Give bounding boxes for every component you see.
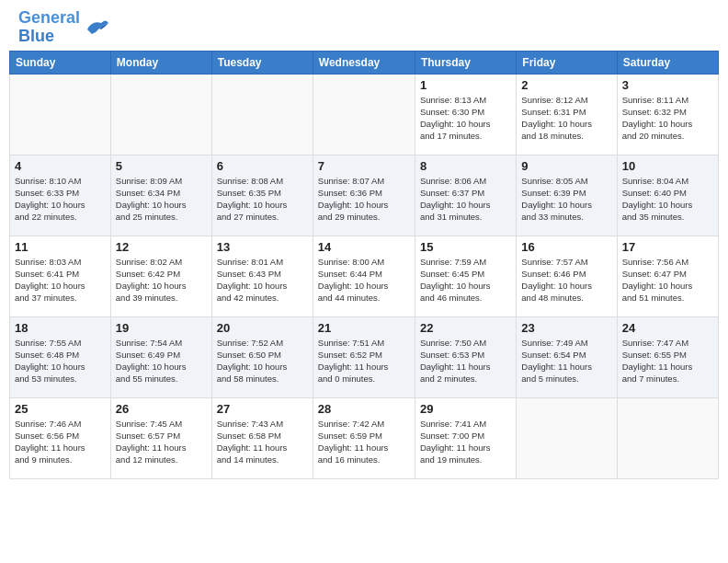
day-info: Sunrise: 8:10 AMSunset: 6:33 PMDaylight:… (15, 175, 106, 224)
calendar-cell: 7Sunrise: 8:07 AMSunset: 6:36 PMDaylight… (313, 155, 415, 236)
day-info: Sunrise: 8:13 AMSunset: 6:30 PMDaylight:… (420, 94, 511, 143)
day-info: Sunrise: 8:09 AMSunset: 6:34 PMDaylight:… (116, 175, 207, 224)
day-info: Sunrise: 7:50 AMSunset: 6:53 PMDaylight:… (420, 337, 511, 385)
calendar-cell: 11Sunrise: 8:03 AMSunset: 6:41 PMDayligh… (10, 236, 111, 316)
day-info: Sunrise: 7:46 AMSunset: 6:56 PMDaylight:… (15, 418, 106, 466)
day-number: 24 (622, 321, 713, 335)
day-info: Sunrise: 8:08 AMSunset: 6:35 PMDaylight:… (217, 175, 308, 224)
logo-general: General (18, 8, 80, 27)
day-number: 6 (217, 159, 308, 173)
day-info: Sunrise: 8:05 AMSunset: 6:39 PMDaylight:… (521, 175, 611, 224)
day-info: Sunrise: 7:55 AMSunset: 6:48 PMDaylight:… (15, 337, 106, 385)
calendar-cell (110, 74, 211, 155)
day-info: Sunrise: 8:00 AMSunset: 6:44 PMDaylight:… (318, 256, 410, 304)
day-number: 22 (420, 321, 511, 335)
week-row-4: 18Sunrise: 7:55 AMSunset: 6:48 PMDayligh… (10, 316, 719, 397)
day-number: 26 (116, 402, 207, 416)
calendar-cell: 15Sunrise: 7:59 AMSunset: 6:45 PMDayligh… (415, 236, 516, 316)
calendar-cell: 28Sunrise: 7:42 AMSunset: 6:59 PMDayligh… (313, 397, 415, 478)
calendar-cell: 14Sunrise: 8:00 AMSunset: 6:44 PMDayligh… (313, 236, 415, 316)
calendar-cell: 17Sunrise: 7:56 AMSunset: 6:47 PMDayligh… (617, 236, 718, 316)
calendar-cell: 20Sunrise: 7:52 AMSunset: 6:50 PMDayligh… (211, 316, 313, 397)
week-row-5: 25Sunrise: 7:46 AMSunset: 6:56 PMDayligh… (10, 397, 719, 478)
calendar-cell: 26Sunrise: 7:45 AMSunset: 6:57 PMDayligh… (110, 397, 211, 478)
day-number: 8 (420, 159, 511, 173)
calendar-cell: 5Sunrise: 8:09 AMSunset: 6:34 PMDaylight… (110, 155, 211, 236)
page-header: General Blue (0, 0, 728, 51)
day-number: 2 (521, 78, 611, 92)
day-number: 11 (15, 240, 106, 254)
day-info: Sunrise: 7:43 AMSunset: 6:58 PMDaylight:… (217, 418, 308, 466)
day-number: 29 (420, 402, 511, 416)
calendar-cell (313, 74, 415, 155)
calendar-cell: 12Sunrise: 8:02 AMSunset: 6:42 PMDayligh… (110, 236, 211, 316)
day-number: 7 (318, 159, 410, 173)
col-header-thursday: Thursday (415, 51, 516, 74)
header-row: SundayMondayTuesdayWednesdayThursdayFrid… (10, 51, 719, 74)
col-header-monday: Monday (110, 51, 211, 74)
day-number: 23 (521, 321, 611, 335)
day-number: 18 (15, 321, 106, 335)
day-info: Sunrise: 7:47 AMSunset: 6:55 PMDaylight:… (622, 337, 713, 385)
day-info: Sunrise: 8:07 AMSunset: 6:36 PMDaylight:… (318, 175, 410, 224)
calendar-cell: 16Sunrise: 7:57 AMSunset: 6:46 PMDayligh… (517, 236, 617, 316)
day-number: 13 (217, 240, 308, 254)
logo-bird-icon (83, 16, 110, 39)
day-info: Sunrise: 8:06 AMSunset: 6:37 PMDaylight:… (420, 175, 511, 224)
day-info: Sunrise: 7:59 AMSunset: 6:45 PMDaylight:… (420, 256, 511, 304)
calendar-cell: 22Sunrise: 7:50 AMSunset: 6:53 PMDayligh… (415, 316, 516, 397)
logo: General Blue (18, 9, 110, 46)
day-info: Sunrise: 8:01 AMSunset: 6:43 PMDaylight:… (217, 256, 308, 304)
col-header-friday: Friday (517, 51, 617, 74)
calendar-cell (211, 74, 313, 155)
day-number: 16 (521, 240, 611, 254)
day-info: Sunrise: 7:57 AMSunset: 6:46 PMDaylight:… (521, 256, 611, 304)
day-number: 14 (318, 240, 410, 254)
day-number: 15 (420, 240, 511, 254)
day-number: 27 (217, 402, 308, 416)
calendar-cell: 29Sunrise: 7:41 AMSunset: 7:00 PMDayligh… (415, 397, 516, 478)
day-number: 4 (15, 159, 106, 173)
day-info: Sunrise: 7:49 AMSunset: 6:54 PMDaylight:… (521, 337, 611, 385)
day-number: 5 (116, 159, 207, 173)
calendar-table: SundayMondayTuesdayWednesdayThursdayFrid… (9, 51, 719, 479)
col-header-tuesday: Tuesday (211, 51, 313, 74)
calendar-cell: 25Sunrise: 7:46 AMSunset: 6:56 PMDayligh… (10, 397, 111, 478)
calendar-cell: 6Sunrise: 8:08 AMSunset: 6:35 PMDaylight… (211, 155, 313, 236)
calendar-cell: 9Sunrise: 8:05 AMSunset: 6:39 PMDaylight… (517, 155, 617, 236)
day-number: 1 (420, 78, 511, 92)
day-number: 17 (622, 240, 713, 254)
calendar-cell: 10Sunrise: 8:04 AMSunset: 6:40 PMDayligh… (617, 155, 718, 236)
day-number: 19 (116, 321, 207, 335)
calendar-cell: 1Sunrise: 8:13 AMSunset: 6:30 PMDaylight… (415, 74, 516, 155)
calendar-cell: 24Sunrise: 7:47 AMSunset: 6:55 PMDayligh… (617, 316, 718, 397)
day-info: Sunrise: 7:41 AMSunset: 7:00 PMDaylight:… (420, 418, 511, 466)
day-info: Sunrise: 7:56 AMSunset: 6:47 PMDaylight:… (622, 256, 713, 304)
day-number: 12 (116, 240, 207, 254)
week-row-3: 11Sunrise: 8:03 AMSunset: 6:41 PMDayligh… (10, 236, 719, 316)
calendar-cell: 2Sunrise: 8:12 AMSunset: 6:31 PMDaylight… (517, 74, 617, 155)
logo-blue: Blue (18, 27, 54, 45)
day-number: 10 (622, 159, 713, 173)
day-info: Sunrise: 8:04 AMSunset: 6:40 PMDaylight:… (622, 175, 713, 224)
calendar-cell: 4Sunrise: 8:10 AMSunset: 6:33 PMDaylight… (10, 155, 111, 236)
calendar-cell (617, 397, 718, 478)
week-row-1: 1Sunrise: 8:13 AMSunset: 6:30 PMDaylight… (10, 74, 719, 155)
col-header-sunday: Sunday (10, 51, 111, 74)
day-number: 20 (217, 321, 308, 335)
day-number: 25 (15, 402, 106, 416)
week-row-2: 4Sunrise: 8:10 AMSunset: 6:33 PMDaylight… (10, 155, 719, 236)
calendar-cell: 8Sunrise: 8:06 AMSunset: 6:37 PMDaylight… (415, 155, 516, 236)
calendar-cell: 23Sunrise: 7:49 AMSunset: 6:54 PMDayligh… (517, 316, 617, 397)
day-number: 21 (318, 321, 410, 335)
calendar-cell: 18Sunrise: 7:55 AMSunset: 6:48 PMDayligh… (10, 316, 111, 397)
col-header-wednesday: Wednesday (313, 51, 415, 74)
calendar-cell: 21Sunrise: 7:51 AMSunset: 6:52 PMDayligh… (313, 316, 415, 397)
calendar-cell (10, 74, 111, 155)
day-info: Sunrise: 8:12 AMSunset: 6:31 PMDaylight:… (521, 94, 611, 143)
day-info: Sunrise: 7:51 AMSunset: 6:52 PMDaylight:… (318, 337, 410, 385)
day-number: 28 (318, 402, 410, 416)
day-info: Sunrise: 7:52 AMSunset: 6:50 PMDaylight:… (217, 337, 308, 385)
col-header-saturday: Saturday (617, 51, 718, 74)
day-info: Sunrise: 8:03 AMSunset: 6:41 PMDaylight:… (15, 256, 106, 304)
